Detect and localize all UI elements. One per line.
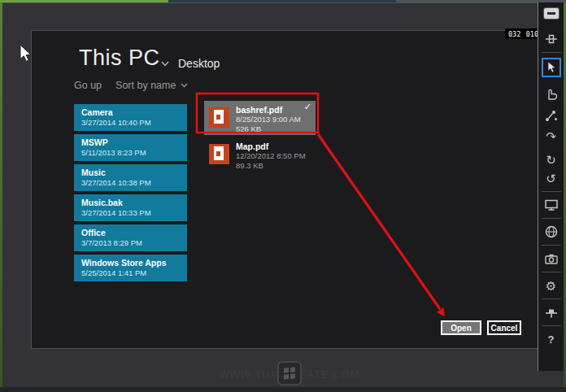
file-tile-map-pdf[interactable]: Map.pdf 12/20/2012 8:50 PM 89.3 KB — [204, 137, 316, 172]
breadcrumb-sublocation: Desktop — [178, 57, 220, 70]
location-title[interactable]: This PC — [79, 46, 160, 71]
connector-icon[interactable] — [542, 107, 560, 124]
folder-tile-mswp[interactable]: MSWP 5/11/2013 8:23 PM — [74, 134, 187, 161]
go-up-label: Go up — [74, 80, 102, 91]
watermark-logo-icon — [277, 361, 302, 385]
folder-name: Music.bak — [81, 198, 187, 207]
monitor-icon[interactable] — [542, 197, 560, 213]
chevron-down-icon — [181, 83, 189, 89]
folder-tile-office[interactable]: Office 3/7/2013 8:29 PM — [74, 224, 187, 251]
capture-tool-window: 032 010 This PC Desktop Go up Sort by na… — [2, 2, 564, 387]
file-date: 12/20/2012 8:50 PM — [236, 151, 306, 161]
folder-date: 3/27/2014 10:40 PM — [81, 118, 187, 127]
chevron-down-icon[interactable] — [161, 61, 169, 67]
camera-icon[interactable] — [542, 250, 560, 267]
folder-date: 5/25/2014 1:41 PM — [81, 268, 187, 277]
screenshot-root: 032 010 This PC Desktop Go up Sort by na… — [0, 0, 566, 392]
rotate-icon[interactable]: ↷ — [542, 128, 560, 144]
command-row: Go up Sort by name — [74, 80, 189, 91]
selected-check-icon: ✓ — [304, 102, 311, 112]
globe-icon[interactable] — [542, 224, 560, 240]
sort-by-name-button[interactable]: Sort by name — [115, 80, 189, 91]
folder-date: 3/7/2013 8:29 PM — [81, 238, 187, 247]
plug-icon[interactable] — [542, 304, 560, 320]
open-button[interactable]: Open — [441, 320, 481, 335]
hand-icon[interactable] — [542, 85, 560, 101]
folder-date: 3/27/2014 10:38 PM — [81, 178, 187, 187]
help-icon[interactable]: ? — [542, 331, 560, 347]
desktop-edge — [0, 387, 566, 392]
mouse-cursor-icon — [20, 45, 33, 64]
select-cursor-icon[interactable] — [542, 58, 561, 77]
file-name: Map.pdf — [236, 142, 306, 151]
coord-x: 032 — [508, 30, 520, 38]
file-size: 526 KB — [236, 124, 301, 134]
capture-tool-sidebar: ↷ ↻ ↺ ⚙ ? — [538, 2, 564, 371]
folder-name: Music — [81, 168, 187, 177]
file-date: 8/25/2013 9:00 AM — [236, 115, 301, 124]
folder-name: Office — [81, 228, 187, 237]
redo-icon[interactable]: ↻ — [542, 151, 560, 168]
undo-icon[interactable]: ↺ — [542, 170, 560, 186]
file-list: bashref.pdf 8/25/2013 9:00 AM 526 KB ✓ M… — [204, 101, 316, 172]
folder-name: MSWP — [81, 137, 187, 147]
go-up-button[interactable]: Go up — [74, 80, 102, 91]
folder-tile-music[interactable]: Music 3/27/2014 10:38 PM — [74, 164, 187, 191]
folder-tile-music-bak[interactable]: Music.bak 3/27/2014 10:33 PM — [74, 194, 187, 221]
cancel-button[interactable]: Cancel — [487, 320, 521, 335]
sort-label: Sort by name — [115, 80, 176, 91]
folder-date: 3/27/2014 10:33 PM — [81, 208, 187, 217]
minimize-button[interactable] — [543, 7, 559, 20]
pdf-file-icon — [209, 107, 229, 128]
dialog-buttons: Open Cancel — [441, 320, 521, 335]
pin-icon[interactable] — [542, 31, 560, 47]
folder-name: Camera — [81, 107, 187, 117]
folder-date: 5/11/2013 8:23 PM — [81, 148, 187, 157]
file-picker-panel: 032 010 This PC Desktop Go up Sort by na… — [31, 30, 541, 349]
folder-name: Windows Store Apps — [81, 258, 187, 268]
file-name: bashref.pdf — [236, 105, 301, 115]
file-tile-bashref-pdf[interactable]: bashref.pdf 8/25/2013 9:00 AM 526 KB ✓ — [204, 101, 316, 135]
folder-tile-camera[interactable]: Camera 3/27/2014 10:40 PM — [74, 104, 187, 131]
coord-y: 010 — [526, 30, 538, 38]
folder-tile-windows-store-apps[interactable]: Windows Store Apps 5/25/2014 1:41 PM — [74, 255, 187, 281]
coordinates-readout: 032 010 — [505, 28, 542, 39]
file-size: 89.3 KB — [236, 161, 306, 171]
folder-list: Camera 3/27/2014 10:40 PM MSWP 5/11/2013… — [74, 104, 187, 281]
gear-icon[interactable]: ⚙ — [542, 277, 560, 294]
pdf-file-icon — [209, 144, 229, 164]
